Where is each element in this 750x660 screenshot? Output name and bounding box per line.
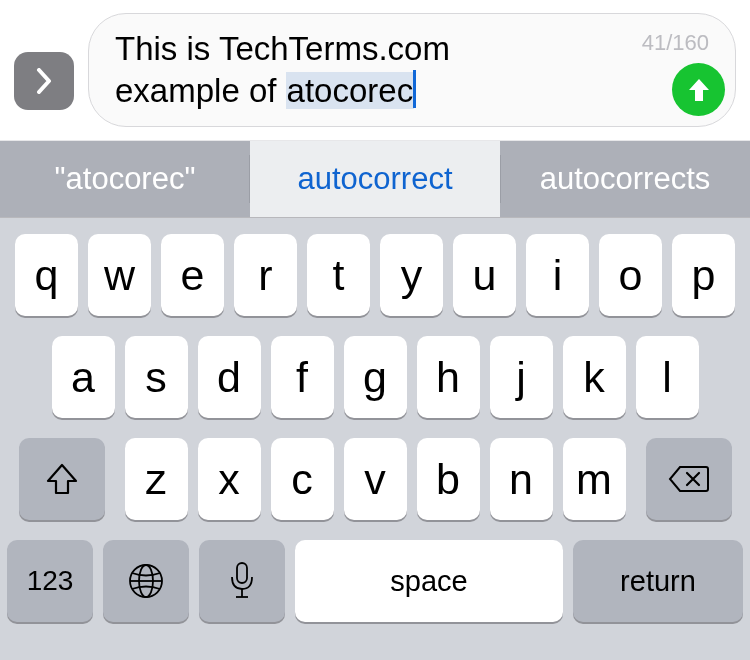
- key-w[interactable]: w: [88, 234, 151, 316]
- key-l[interactable]: l: [636, 336, 699, 418]
- key-c[interactable]: c: [271, 438, 334, 520]
- character-counter: 41/160: [642, 22, 709, 64]
- key-e[interactable]: e: [161, 234, 224, 316]
- suggestion-secondary[interactable]: autocorrects: [500, 141, 750, 217]
- key-o[interactable]: o: [599, 234, 662, 316]
- key-g[interactable]: g: [344, 336, 407, 418]
- key-f[interactable]: f: [271, 336, 334, 418]
- expand-button[interactable]: [14, 52, 74, 110]
- keyboard: q w e r t y u i o p a s d f g h j k l z …: [0, 218, 750, 660]
- microphone-icon: [229, 561, 255, 601]
- key-v[interactable]: v: [344, 438, 407, 520]
- key-y[interactable]: y: [380, 234, 443, 316]
- key-numbers[interactable]: 123: [7, 540, 93, 622]
- key-d[interactable]: d: [198, 336, 261, 418]
- chevron-right-icon: [34, 68, 54, 94]
- key-b[interactable]: b: [417, 438, 480, 520]
- message-text-line2: example of atocorec: [115, 70, 655, 112]
- key-k[interactable]: k: [563, 336, 626, 418]
- key-s[interactable]: s: [125, 336, 188, 418]
- key-u[interactable]: u: [453, 234, 516, 316]
- keyboard-row-3: z x c v b n m: [8, 438, 742, 520]
- keyboard-row-4: 123 space return: [8, 540, 742, 622]
- key-globe[interactable]: [103, 540, 189, 622]
- key-i[interactable]: i: [526, 234, 589, 316]
- globe-icon: [127, 562, 165, 600]
- message-text-line1: This is TechTerms.com: [115, 28, 655, 70]
- key-a[interactable]: a: [52, 336, 115, 418]
- text-cursor: [413, 70, 416, 108]
- message-input[interactable]: 41/160 This is TechTerms.com example of …: [88, 13, 736, 127]
- key-z[interactable]: z: [125, 438, 188, 520]
- send-button[interactable]: [672, 63, 725, 116]
- keyboard-row-1: q w e r t y u i o p: [8, 234, 742, 316]
- shift-icon: [45, 463, 79, 495]
- key-backspace[interactable]: [646, 438, 732, 520]
- key-shift[interactable]: [19, 438, 105, 520]
- backspace-icon: [668, 464, 710, 494]
- key-m[interactable]: m: [563, 438, 626, 520]
- key-r[interactable]: r: [234, 234, 297, 316]
- suggestion-primary[interactable]: autocorrect: [250, 141, 500, 217]
- key-n[interactable]: n: [490, 438, 553, 520]
- keyboard-row-2: a s d f g h j k l: [8, 336, 742, 418]
- key-return[interactable]: return: [573, 540, 743, 622]
- key-q[interactable]: q: [15, 234, 78, 316]
- key-p[interactable]: p: [672, 234, 735, 316]
- key-h[interactable]: h: [417, 336, 480, 418]
- key-x[interactable]: x: [198, 438, 261, 520]
- key-j[interactable]: j: [490, 336, 553, 418]
- key-space[interactable]: space: [295, 540, 563, 622]
- autocorrect-highlight: atocorec: [286, 72, 415, 109]
- key-dictation[interactable]: [199, 540, 285, 622]
- key-t[interactable]: t: [307, 234, 370, 316]
- suggestion-asis[interactable]: "atocorec": [0, 141, 250, 217]
- arrow-up-icon: [687, 76, 711, 104]
- autocorrect-bar: "atocorec" autocorrect autocorrects: [0, 140, 750, 218]
- svg-rect-3: [237, 563, 247, 583]
